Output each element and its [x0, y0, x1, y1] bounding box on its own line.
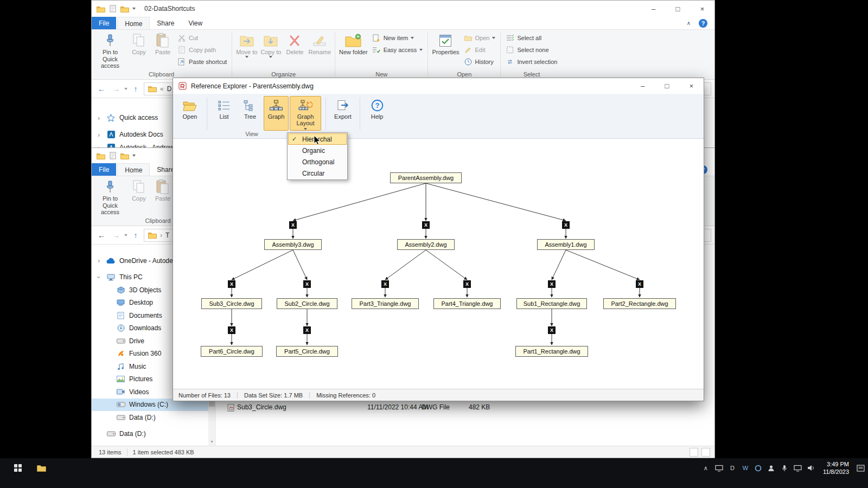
move-to-button[interactable]: Move to — [234, 31, 259, 59]
toolbar-graph-button[interactable]: Graph — [264, 96, 289, 131]
xref-node[interactable]: X — [303, 280, 311, 288]
qat-customize-icon[interactable] — [132, 8, 136, 10]
edit-button[interactable]: Edit — [461, 44, 499, 56]
qat-properties-icon[interactable] — [108, 5, 117, 12]
breadcrumb[interactable]: D — [167, 85, 172, 93]
user-tray-icon[interactable] — [768, 465, 775, 472]
tab-home[interactable]: Home — [117, 163, 150, 176]
graph-node-assembly1-dwg[interactable]: Assembly1.dwg — [537, 239, 595, 250]
xref-node[interactable]: X — [228, 326, 235, 334]
close-button[interactable]: × — [690, 1, 714, 17]
invert-selection-button[interactable]: Invert selection — [503, 56, 560, 68]
copy-button[interactable]: Copy — [127, 177, 151, 203]
toolbar-open-button[interactable]: Open — [177, 96, 202, 131]
nav-item-data-d[interactable]: Data (D:) — [92, 411, 215, 424]
select-none-button[interactable]: Select none — [503, 44, 560, 56]
app-w-tray-icon[interactable]: W — [742, 465, 749, 471]
tab-view[interactable]: View — [181, 17, 209, 29]
copy-button[interactable]: Copy — [127, 31, 151, 57]
tab-file[interactable]: File — [92, 17, 116, 29]
tab-share[interactable]: Share — [150, 17, 181, 29]
back-button[interactable]: ← — [95, 231, 108, 240]
nav-item-data-d[interactable]: Data (D:) — [92, 428, 215, 441]
expand-chevron-icon[interactable]: › — [98, 257, 100, 264]
open-button[interactable]: Open — [461, 32, 499, 44]
action-center-icon[interactable] — [857, 465, 865, 472]
graph-node-part1-rectangle-dwg[interactable]: Part1_Rectangle.dwg — [515, 346, 588, 357]
forward-button[interactable]: → — [110, 231, 123, 240]
xref-node[interactable]: X — [303, 326, 311, 334]
paste-shortcut-button[interactable]: Paste shortcut — [175, 56, 229, 68]
menu-item-circular[interactable]: Circular — [288, 168, 347, 179]
toolbar-tree-button[interactable]: Tree — [238, 96, 263, 131]
select-all-button[interactable]: Select all — [503, 32, 560, 44]
properties-button[interactable]: Properties — [430, 31, 461, 57]
graph-node-parentassembly-dwg[interactable]: ParentAssembly.dwg — [390, 172, 462, 183]
xref-node[interactable]: X — [636, 280, 643, 288]
hidden-icons-chevron[interactable]: ∧ — [702, 465, 710, 472]
titlebar[interactable]: 02-DataShortcuts – □ × — [92, 1, 714, 17]
history-button[interactable]: History — [461, 56, 499, 68]
display2-tray-icon[interactable] — [794, 465, 802, 472]
delete-button[interactable]: Delete — [283, 31, 307, 57]
xref-node[interactable]: X — [381, 280, 389, 288]
toolbar-graph-layout-button[interactable]: Graph Layout — [290, 96, 321, 131]
sync-tray-icon[interactable] — [755, 465, 762, 472]
forward-button[interactable]: → — [110, 85, 123, 93]
volume-tray-icon[interactable] — [807, 465, 815, 471]
graph-node-assembly3-dwg[interactable]: Assembly3.dwg — [264, 239, 322, 250]
expand-chevron-icon[interactable]: › — [98, 131, 100, 138]
recent-locations-icon[interactable] — [124, 88, 127, 90]
pin-to-quick-access-button[interactable]: Pin to Quick access — [93, 177, 127, 217]
minimize-ribbon-icon[interactable]: ∧ — [687, 20, 691, 26]
app-d-tray-icon[interactable]: D — [729, 465, 736, 471]
qat-newfolder-icon[interactable] — [120, 152, 129, 159]
expand-chevron-icon[interactable]: › — [95, 276, 103, 278]
graph-node-sub2-circle-dwg[interactable]: Sub2_Circle.dwg — [277, 298, 337, 309]
graph-node-part6-circle-dwg[interactable]: Part6_Circle.dwg — [201, 346, 263, 357]
graph-node-sub3-circle-dwg[interactable]: Sub3_Circle.dwg — [201, 298, 262, 309]
paste-button[interactable]: Paste — [151, 177, 175, 203]
cut-button[interactable]: Cut — [175, 32, 229, 44]
close-button[interactable]: × — [679, 78, 704, 94]
qat-customize-icon[interactable] — [132, 155, 136, 157]
rename-button[interactable]: Rename — [307, 31, 333, 57]
graph-node-part2-rectangle-dwg[interactable]: Part2_Rectangle.dwg — [603, 298, 676, 309]
thumbnails-view-icon[interactable] — [701, 448, 710, 457]
pin-to-quick-access-button[interactable]: Pin to Quick access — [93, 31, 127, 70]
tab-file[interactable]: File — [92, 163, 116, 176]
toolbar-help-button[interactable]: ?Help — [365, 96, 390, 131]
file-explorer-taskbar-icon[interactable] — [37, 464, 46, 472]
xref-node[interactable]: X — [548, 280, 556, 288]
file-name[interactable]: Sub3_Circle.dwg — [237, 403, 286, 411]
maximize-button[interactable]: □ — [666, 1, 690, 17]
minimize-button[interactable]: – — [641, 1, 666, 17]
copy-to-button[interactable]: Copy to — [259, 31, 283, 59]
toolbar-list-button[interactable]: List — [212, 96, 237, 131]
xref-node[interactable]: X — [289, 221, 297, 229]
graph-node-part5-circle-dwg[interactable]: Part5_Circle.dwg — [276, 346, 338, 357]
new-item-button[interactable]: New item — [369, 32, 426, 44]
maximize-button[interactable]: □ — [655, 78, 679, 94]
new-folder-button[interactable]: New folder — [337, 31, 369, 57]
help-icon[interactable]: ? — [699, 19, 707, 28]
up-button[interactable]: ↑ — [129, 85, 142, 93]
back-button[interactable]: ← — [95, 85, 108, 93]
easy-access-button[interactable]: Easy access — [369, 44, 426, 56]
mic-tray-icon[interactable] — [781, 465, 788, 472]
xref-node[interactable]: X — [422, 221, 430, 229]
graph-node-part4-triangle-dwg[interactable]: Part4_Triangle.dwg — [433, 298, 501, 309]
scroll-down-icon[interactable]: ▼ — [208, 438, 215, 446]
graph-node-part3-triangle-dwg[interactable]: Part3_Triangle.dwg — [352, 298, 419, 309]
details-view-icon[interactable] — [690, 448, 698, 457]
minimize-button[interactable]: – — [630, 78, 655, 94]
file-row[interactable]: Sub3_Circle.dwg 11/11/2022 10:44 AM DWG … — [216, 402, 714, 414]
recent-locations-icon[interactable] — [124, 234, 127, 236]
graph-node-assembly2-dwg[interactable]: Assembly2.dwg — [397, 239, 455, 250]
menu-item-orthogonal[interactable]: Orthogonal — [288, 156, 347, 168]
display-tray-icon[interactable] — [715, 465, 723, 472]
copy-path-button[interactable]: Copy path — [175, 44, 229, 56]
start-button[interactable] — [14, 464, 22, 472]
xref-node[interactable]: X — [548, 326, 556, 334]
toolbar-export-button[interactable]: Export — [330, 96, 355, 131]
